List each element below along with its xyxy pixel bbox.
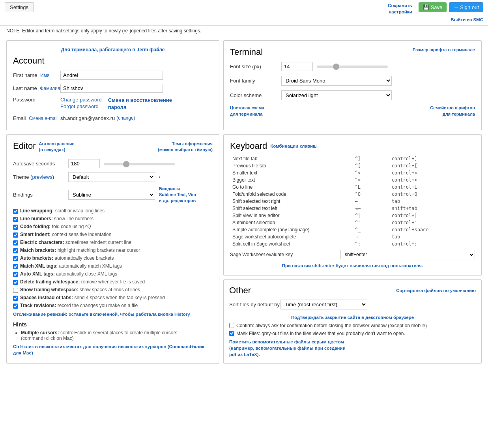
keyboard-action-6: Shift selected text right [230, 198, 353, 205]
keyboard-key2-1: control+[ [389, 162, 475, 169]
keyboard-row-2: Smaller text^<control+< [230, 169, 475, 176]
hints-list: Multiple cursors: control+click in sever… [13, 330, 213, 341]
checkbox-10[interactable] [13, 288, 18, 293]
checkbox-5[interactable] [13, 248, 18, 253]
last-name-label: Last name Фамилия [13, 85, 60, 91]
keyboard-key1-1: ^[ [353, 162, 389, 169]
save-icon: 💾 [423, 4, 429, 10]
sage-evaluate-select[interactable]: shift+enterenter [340, 250, 475, 259]
other-panel: Other Сортировка файлов по умолчанию Sor… [223, 279, 482, 364]
keyboard-panel: Keyboard Комбинации клавиш Next file tab… [223, 134, 482, 276]
account-title: Account [13, 56, 213, 66]
keyboard-key2-2: control+< [389, 169, 475, 176]
color-scheme-row: Color scheme Solarized lightSolarized da… [230, 90, 475, 100]
checkbox-11[interactable] [13, 296, 18, 301]
keyboard-row-11: Sage worksheet autocomplete→tab [230, 233, 475, 240]
mask-annot: Пометить вспомогательные файлы серым цве… [229, 339, 476, 358]
checkbox-7[interactable] [13, 264, 18, 269]
checkbox-row-10: Show trailing whitespace: show spaces at… [13, 287, 213, 293]
checkbox-0[interactable] [13, 209, 18, 214]
keyboard-action-10: Simple autocomplete (any language) [230, 226, 353, 233]
first-name-input[interactable] [60, 71, 163, 80]
checkbox-label-2: Code folding: fold code using ^Q [20, 224, 91, 229]
header-left: Settings [5, 2, 34, 12]
keyboard-key2-8: control+| [389, 212, 475, 219]
sort-select[interactable]: Time (most recent first)NameSize [280, 300, 367, 309]
checkbox-6[interactable] [13, 256, 18, 261]
password-row: Password Change password Forgot password… [13, 97, 213, 111]
font-size-label: Font size (px) [230, 64, 281, 69]
checkbox-2[interactable] [13, 225, 18, 230]
settings-tab[interactable]: Settings [5, 2, 34, 12]
bindings-select[interactable]: SublimeVimEmacs [68, 190, 155, 200]
checkbox-12[interactable] [13, 304, 18, 309]
last-name-input[interactable] [60, 84, 163, 93]
checkbox-3[interactable] [13, 232, 18, 238]
theme-annot: Темы оформления (можно выбрать тёмную) [158, 141, 213, 153]
keyboard-key1-12: ^; [353, 240, 389, 247]
keyboard-title: Keyboard [230, 141, 267, 151]
keyboard-annot: Комбинации клавиш [270, 144, 317, 148]
checkbox-row-12: Track revisions: record the changes you … [13, 303, 213, 309]
first-name-annot: Имя [40, 73, 49, 78]
keyboard-action-2: Smaller text [230, 169, 353, 176]
checkbox-label-4: Electric characters: sometimes reindent … [20, 240, 131, 245]
keyboard-key1-11: → [353, 233, 389, 240]
checkbox-8[interactable] [13, 272, 18, 277]
forgot-password-link[interactable]: Forgot password [60, 103, 102, 109]
email-row: Email Смена e-mail sh.andr.gen@yandex.ru… [13, 115, 213, 121]
save-label-top: Сохранить [388, 2, 412, 9]
font-family-select[interactable]: Droid Sans MonoMonospaceCourier New [281, 76, 392, 86]
checkbox-row-5: Match brackets: highlight matching brack… [13, 247, 213, 253]
hint-multiple-cursors: Multiple cursors: control+click in sever… [21, 330, 213, 341]
checkbox-9[interactable] [13, 280, 18, 285]
theme-previews-link[interactable]: previews [32, 174, 52, 180]
keyboard-table: Next file tab^]control+]Previous file ta… [230, 155, 475, 247]
autosave-input[interactable] [68, 159, 100, 168]
confirm-label: Confirm: always ask for confirmation bef… [236, 323, 427, 328]
bottom-panels-row: Editor Автосохранение (в секундах) Темы … [6, 134, 482, 364]
keyboard-row-0: Next file tab^]control+] [230, 155, 475, 162]
hints-section: Hints Multiple cursors: control+click in… [13, 321, 213, 356]
font-size-input[interactable] [281, 62, 313, 71]
bindings-annot: Биндинги Sublime Text, Vim и др. редакто… [159, 186, 196, 204]
checkbox-row-2: Code folding: fold code using ^Q [13, 224, 213, 230]
theme-select[interactable]: DefaultLightDark [68, 172, 155, 182]
checkbox-row-6: Auto brackets: automatically close brack… [13, 255, 213, 261]
checkbox-label-6: Auto brackets: automatically close brack… [20, 255, 114, 261]
keyboard-action-7: Shift selected text left [230, 205, 353, 212]
email-change-link[interactable]: (change) [116, 115, 135, 121]
confirm-checkbox[interactable] [229, 323, 234, 328]
first-name-label: First name Имя [13, 72, 60, 78]
header-buttons: 💾 Save → Sign out [419, 2, 483, 12]
keyboard-action-11: Sage worksheet autocomplete [230, 233, 353, 240]
hint-term: Multiple cursors: [21, 330, 59, 336]
terminal-panel: Terminal Размер шрифта в терминале Font … [223, 40, 482, 130]
keyboard-key2-5: control+Q [389, 191, 475, 198]
color-scheme-select[interactable]: Solarized lightSolarized darkDefault [281, 90, 392, 100]
keyboard-key1-7: ⇥— [353, 205, 389, 212]
bindings-label: Bindings [13, 192, 68, 198]
mask-checkbox[interactable] [229, 331, 234, 336]
confirm-row: Confirm: always ask for confirmation bef… [229, 323, 476, 328]
mask-row: Mask Files: grey-out files in the files … [229, 331, 476, 336]
autosave-slider[interactable] [104, 163, 175, 165]
keyboard-key2-4: control+L [389, 184, 475, 191]
account-panel: Для терминала, работающего в .term файле… [6, 40, 219, 130]
font-size-slider[interactable] [317, 66, 388, 68]
track-revisions-annot: Отслеживание ревизий: оставьте включённо… [13, 311, 213, 317]
sort-annot: Сортировка файлов по умолчанию [396, 288, 476, 293]
save-button[interactable]: 💾 Save [419, 2, 447, 12]
change-password-link[interactable]: Change password [60, 97, 102, 103]
checkbox-label-1: Line numbers: show line numbers [20, 216, 93, 221]
keyboard-row-10: Simple autocomplete (any language)^_cont… [230, 226, 475, 233]
checkbox-row-3: Smart indent: context sensitive indentat… [13, 232, 213, 238]
signout-button[interactable]: → Sign out [449, 2, 483, 12]
keyboard-row-8: Split view in any editor^|control+| [230, 212, 475, 219]
save-label-bottom: настройки [389, 9, 412, 15]
checkbox-4[interactable] [13, 240, 18, 246]
keyboard-action-0: Next file tab [230, 155, 353, 162]
checkbox-1[interactable] [13, 217, 18, 222]
header-right: Сохранить настройки 💾 Save → Sign out Вы… [388, 2, 483, 23]
checkbox-row-8: Auto XML tags: automatically close XML t… [13, 271, 213, 277]
